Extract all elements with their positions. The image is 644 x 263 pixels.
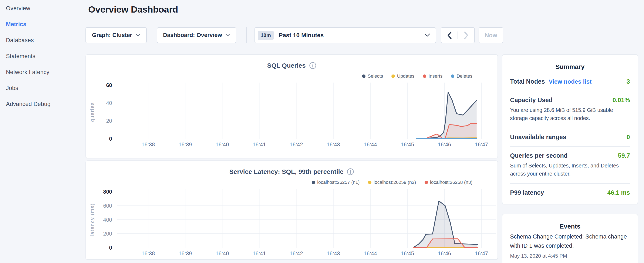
sidebar-item-jobs[interactable]: Jobs bbox=[6, 85, 85, 92]
svg-text:16:41: 16:41 bbox=[252, 250, 266, 256]
legend-dot-n1 bbox=[312, 181, 315, 184]
summary-row-total-nodes: Total Nodes View nodes list 3 bbox=[510, 73, 630, 91]
sidebar-item-metrics[interactable]: Metrics bbox=[6, 21, 85, 28]
summary-title: Summary bbox=[510, 63, 630, 70]
svg-text:16:46: 16:46 bbox=[438, 141, 451, 147]
sidebar-item-network-latency[interactable]: Network Latency bbox=[6, 69, 85, 76]
sidebar-nav: Overview Metrics Databases Statements Ne… bbox=[0, 0, 85, 107]
page-title: Overview Dashboard bbox=[88, 4, 178, 15]
chevron-down-icon bbox=[225, 34, 230, 37]
svg-text:16:44: 16:44 bbox=[364, 250, 377, 256]
summary-value: 0.01% bbox=[612, 97, 630, 104]
svg-text:40: 40 bbox=[106, 100, 112, 106]
legend-label: localhost:26258 (n3) bbox=[430, 180, 472, 185]
sidebar-item-overview-label[interactable]: Overview bbox=[6, 5, 30, 12]
legend-dot-inserts bbox=[423, 75, 426, 78]
graph-scope-dropdown[interactable]: Graph: Cluster bbox=[86, 27, 147, 43]
svg-text:60: 60 bbox=[106, 82, 112, 88]
service-latency-chart-card: Service Latency: SQL, 99th percentile lo… bbox=[86, 160, 498, 260]
legend-label: Selects bbox=[368, 73, 383, 79]
chart-title-row: Service Latency: SQL, 99th percentile bbox=[86, 168, 498, 175]
event-timestamp: May 13, 2020 at 4:45 PM bbox=[510, 253, 630, 259]
sidebar-item-network-latency-label[interactable]: Network Latency bbox=[6, 69, 49, 75]
svg-text:20: 20 bbox=[106, 118, 112, 124]
chart-title: Service Latency: SQL, 99th percentile bbox=[230, 168, 344, 175]
svg-text:16:39: 16:39 bbox=[178, 250, 192, 256]
time-prev-button[interactable] bbox=[441, 32, 458, 39]
svg-text:16:47: 16:47 bbox=[475, 141, 488, 147]
svg-text:16:39: 16:39 bbox=[178, 141, 192, 147]
sidebar-item-databases-label[interactable]: Databases bbox=[6, 37, 34, 43]
time-pager bbox=[441, 27, 475, 43]
sidebar-item-metrics-label[interactable]: Metrics bbox=[6, 21, 26, 28]
sidebar-item-jobs-label[interactable]: Jobs bbox=[6, 85, 18, 91]
legend-dot-selects bbox=[362, 75, 366, 78]
legend-dot-updates bbox=[392, 75, 395, 78]
chart-legend: localhost:26257 (n1) localhost:26259 (n2… bbox=[312, 180, 472, 185]
legend-item: localhost:26259 (n2) bbox=[368, 180, 416, 185]
legend-item: localhost:26257 (n1) bbox=[312, 180, 360, 185]
legend-label: localhost:26259 (n2) bbox=[374, 180, 416, 185]
time-range-selector[interactable]: 10m Past 10 Minutes bbox=[254, 27, 436, 43]
legend-label: localhost:26257 (n1) bbox=[317, 180, 360, 185]
sidebar-item-statements[interactable]: Statements bbox=[6, 53, 85, 60]
legend-dot-n2 bbox=[368, 181, 372, 184]
legend-label: Updates bbox=[397, 73, 414, 79]
summary-label: Queries per second bbox=[510, 152, 568, 159]
summary-description: You are using 28.6 MiB of 515.9 GiB usab… bbox=[510, 106, 630, 122]
svg-text:16:42: 16:42 bbox=[290, 250, 303, 256]
time-range-value: Past 10 Minutes bbox=[279, 32, 324, 39]
dashboard-dropdown-value: Dashboard: Overview bbox=[163, 32, 222, 39]
svg-text:0: 0 bbox=[109, 136, 112, 142]
legend-item: Deletes bbox=[451, 73, 472, 79]
legend-label: Deletes bbox=[456, 73, 472, 79]
summary-value: 3 bbox=[626, 78, 630, 85]
summary-row-queries-per-second: Queries per second 59.7 Sum of Selects, … bbox=[510, 146, 630, 183]
chevron-down-icon bbox=[424, 33, 430, 38]
sql-queries-chart-card: SQL Queries Selects Updates Inserts Dele… bbox=[86, 54, 498, 158]
sidebar-item-databases[interactable]: Databases bbox=[6, 37, 85, 44]
summary-value: 0 bbox=[626, 134, 630, 141]
sidebar-item-overview[interactable]: Overview bbox=[6, 5, 85, 12]
svg-text:16:43: 16:43 bbox=[326, 250, 340, 256]
summary-value: 59.7 bbox=[618, 152, 630, 159]
svg-text:600: 600 bbox=[103, 203, 112, 209]
sidebar-item-advanced-debug[interactable]: Advanced Debug bbox=[6, 101, 85, 107]
time-range-badge: 10m bbox=[258, 31, 274, 40]
svg-text:latency (ms): latency (ms) bbox=[90, 203, 95, 236]
legend-dot-n3 bbox=[424, 181, 428, 184]
service-latency-chart: 16:3816:3916:4016:4116:4216:4316:4416:45… bbox=[86, 187, 498, 260]
svg-text:queries: queries bbox=[90, 102, 95, 122]
events-panel: Events Schema Change Completed: Schema c… bbox=[502, 214, 638, 263]
summary-description: Sum of Selects, Updates, Inserts, and De… bbox=[510, 162, 630, 178]
svg-text:16:46: 16:46 bbox=[438, 250, 451, 256]
chart-title: SQL Queries bbox=[267, 62, 306, 69]
svg-text:16:40: 16:40 bbox=[216, 250, 229, 256]
dashboard-dropdown[interactable]: Dashboard: Overview bbox=[157, 27, 236, 43]
sidebar: Overview Metrics Databases Statements Ne… bbox=[0, 0, 85, 263]
svg-text:16:44: 16:44 bbox=[364, 141, 377, 147]
view-nodes-list-link[interactable]: View nodes list bbox=[549, 78, 592, 85]
svg-text:400: 400 bbox=[103, 217, 112, 223]
graph-scope-dropdown-value: Graph: Cluster bbox=[92, 32, 132, 39]
svg-text:16:45: 16:45 bbox=[401, 250, 414, 256]
time-next-button[interactable] bbox=[458, 32, 474, 39]
svg-text:0: 0 bbox=[109, 245, 112, 251]
info-icon[interactable] bbox=[309, 62, 316, 69]
summary-value: 46.1 ms bbox=[608, 189, 630, 196]
now-button[interactable]: Now bbox=[478, 27, 503, 43]
chart-title-row: SQL Queries bbox=[86, 62, 498, 69]
info-icon[interactable] bbox=[347, 168, 354, 175]
chevron-left-icon bbox=[447, 32, 452, 39]
svg-text:16:43: 16:43 bbox=[326, 141, 340, 147]
chevron-right-icon bbox=[464, 32, 468, 39]
sidebar-item-statements-label[interactable]: Statements bbox=[6, 53, 36, 59]
svg-text:16:47: 16:47 bbox=[475, 250, 488, 256]
sidebar-item-advanced-debug-label[interactable]: Advanced Debug bbox=[6, 101, 50, 107]
event-message[interactable]: Schema Change Completed: Schema change w… bbox=[510, 232, 630, 250]
chart-legend: Selects Updates Inserts Deletes bbox=[362, 73, 472, 79]
legend-item: Updates bbox=[392, 73, 414, 79]
summary-panel: Summary Total Nodes View nodes list 3 Ca… bbox=[502, 54, 638, 204]
event-item: Schema Change Completed: Schema change w… bbox=[510, 232, 630, 259]
svg-text:16:45: 16:45 bbox=[401, 141, 414, 147]
